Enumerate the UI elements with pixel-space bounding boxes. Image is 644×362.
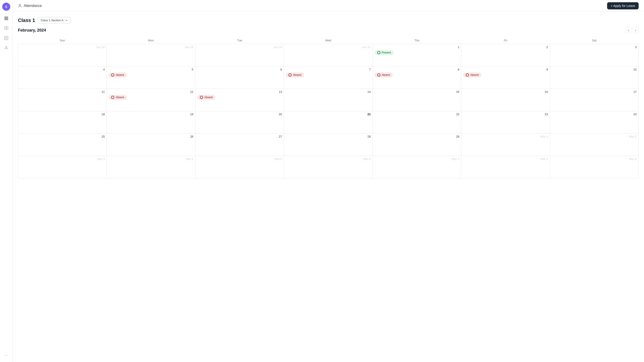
calendar-cell-5-4: Mar 7: [372, 156, 461, 178]
calendar-cell-5-0: Mar 3: [18, 156, 107, 178]
day-number: 20: [197, 113, 282, 116]
day-number: 13: [197, 90, 282, 94]
day-header-fri: Fri: [461, 37, 550, 44]
day-number: 11: [20, 90, 105, 94]
calendar-cell-2-4: 15: [372, 89, 461, 111]
class-header: Class 1 Class 1 Section A: [18, 17, 639, 24]
day-header-mon: Mon: [107, 37, 195, 44]
attendance-badge-present: Present: [374, 50, 394, 55]
calendar-cell-2-0: 11: [18, 89, 107, 111]
calendar-cell-4-0: 25: [18, 134, 107, 156]
day-number: 28: [286, 135, 370, 138]
day-number: 1: [374, 46, 459, 49]
absent-label: Absent: [470, 73, 478, 77]
attendance-icon: [18, 4, 22, 8]
calendar-cell-3-3: 21: [284, 111, 372, 134]
sidebar-logo: S: [2, 3, 10, 11]
day-number: 3: [552, 46, 636, 49]
month-header: February, 2024 ‹ ›: [18, 27, 639, 33]
day-header-thu: Thu: [372, 37, 461, 44]
header-title: Attendance: [24, 4, 42, 8]
absent-label: Absent: [382, 73, 390, 77]
calendar-body: Jan 28Jan 29Jan 30Jan 311Present2345Abse…: [18, 44, 639, 178]
day-number: 22: [374, 113, 459, 116]
calendar-cell-2-5: 16: [461, 89, 550, 111]
day-number: Mar 5: [197, 157, 282, 161]
calendar-cell-1-1: 5Absent: [107, 67, 195, 89]
sidebar-item-courses[interactable]: [2, 24, 10, 32]
day-header-tue: Tue: [195, 37, 284, 44]
sidebar-item-dashboard[interactable]: [2, 14, 10, 22]
day-number: Mar 9: [552, 157, 636, 161]
calendar-table: SunMonTueWedThuFriSat Jan 28Jan 29Jan 30…: [18, 37, 639, 178]
day-header-sat: Sat: [550, 37, 638, 44]
day-number: Mar 8: [463, 157, 548, 161]
next-month-button[interactable]: ›: [632, 27, 639, 33]
calendar-nav: ‹ ›: [625, 27, 639, 33]
calendar-cell-1-2: 6: [195, 67, 284, 89]
day-number: 21: [286, 113, 370, 116]
day-number: 18: [20, 113, 105, 116]
day-number: 29: [374, 135, 459, 138]
apply-for-leave-button[interactable]: + Apply for Leave: [607, 2, 639, 10]
day-number: 14: [286, 90, 370, 94]
absent-label: Absent: [116, 96, 124, 99]
day-number: 24: [552, 113, 636, 116]
attendance-badge-absent: Absent: [286, 73, 304, 77]
attendance-badge-absent: Absent: [374, 73, 393, 77]
calendar-cell-4-3: 28: [284, 134, 372, 156]
day-number: 9: [463, 68, 548, 71]
calendar-cell-2-6: 17: [550, 89, 638, 111]
sidebar: S →: [0, 0, 12, 362]
calendar-cell-3-4: 22: [372, 111, 461, 134]
calendar-cell-2-3: 14: [284, 89, 372, 111]
calendar-week-3: 18192021222324: [18, 111, 639, 134]
class-section-dropdown[interactable]: Class 1 Section A: [38, 17, 71, 24]
calendar-cell-0-0: Jan 28: [18, 44, 107, 67]
day-header-wed: Wed: [284, 37, 372, 44]
day-number: Jan 28: [20, 46, 105, 49]
sidebar-item-media[interactable]: [2, 34, 10, 42]
calendar-cell-4-5: Mar 1: [461, 134, 550, 156]
day-header-sun: Sun: [18, 37, 107, 44]
chevron-down-icon: [65, 19, 68, 22]
day-number: 27: [197, 135, 282, 138]
day-number: 17: [552, 90, 636, 94]
day-number: Mar 7: [374, 157, 459, 161]
absent-icon: [111, 96, 114, 99]
calendar-cell-3-1: 19: [107, 111, 195, 134]
day-number: 6: [197, 68, 282, 71]
attendance-badge-absent: Absent: [108, 95, 126, 100]
svg-marker-5: [6, 37, 7, 39]
day-number: 12: [108, 90, 193, 94]
svg-rect-4: [4, 37, 8, 40]
calendar-cell-5-6: Mar 9: [550, 156, 638, 178]
day-number: Mar 2: [552, 135, 636, 138]
section-label: Class 1 Section A: [41, 19, 64, 22]
calendar-cell-3-2: 20: [195, 111, 284, 134]
day-number: 23: [463, 113, 548, 116]
calendar-cell-0-4: 1Present: [372, 44, 461, 67]
calendar-week-0: Jan 28Jan 29Jan 30Jan 311Present23: [18, 44, 639, 67]
sidebar-expand-button[interactable]: →: [2, 351, 10, 359]
calendar-cell-3-6: 24: [550, 111, 638, 134]
calendar-cell-4-6: Mar 2: [550, 134, 638, 156]
day-number: 2: [463, 46, 548, 49]
header-title-group: Attendance: [18, 4, 42, 8]
calendar-cell-4-1: 26: [107, 134, 195, 156]
day-number: Mar 4: [108, 157, 193, 161]
calendar-cell-2-1: 12Absent: [107, 89, 195, 111]
calendar-week-5: Mar 3Mar 4Mar 5Mar 6Mar 7Mar 8Mar 9: [18, 156, 639, 178]
day-number: Jan 31: [286, 46, 370, 49]
sidebar-item-users[interactable]: [2, 44, 10, 52]
day-number: 16: [463, 90, 548, 94]
calendar-cell-1-6: 10: [550, 67, 638, 89]
absent-label: Absent: [293, 73, 301, 77]
prev-month-button[interactable]: ‹: [625, 27, 632, 33]
svg-rect-0: [5, 17, 6, 18]
calendar-cell-5-3: Mar 6: [284, 156, 372, 178]
day-number: Mar 1: [463, 135, 548, 138]
calendar-cell-0-3: Jan 31: [284, 44, 372, 67]
day-number: Jan 30: [197, 46, 282, 49]
calendar-week-4: 2526272829Mar 1Mar 2: [18, 134, 639, 156]
